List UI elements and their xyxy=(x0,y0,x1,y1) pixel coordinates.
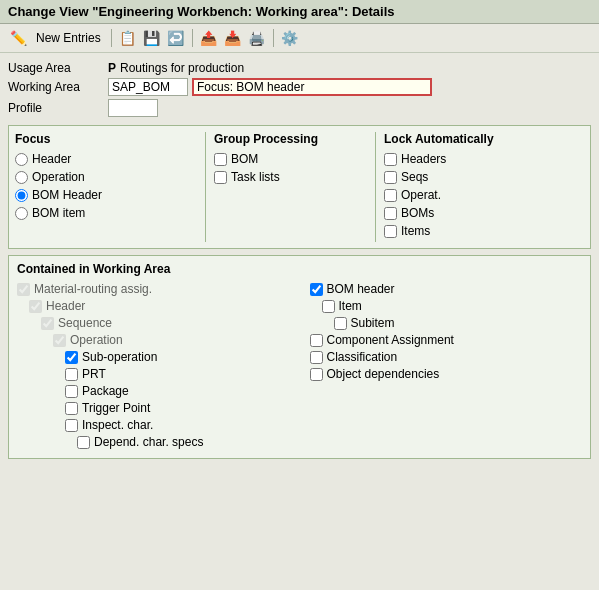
settings-icon[interactable]: ⚙️ xyxy=(280,28,300,48)
copy-icon[interactable]: 📋 xyxy=(118,28,138,48)
sub-operation-checkbox[interactable] xyxy=(65,351,78,364)
package-check[interactable]: Package xyxy=(65,384,290,398)
usage-area-code: P xyxy=(108,61,116,75)
profile-row: Profile xyxy=(8,99,591,117)
trigger-point-check[interactable]: Trigger Point xyxy=(65,401,290,415)
title-bar: Change View "Engineering Workbench: Work… xyxy=(0,0,599,24)
focus-bom-item-radio-input[interactable] xyxy=(15,207,28,220)
prt-check[interactable]: PRT xyxy=(65,367,290,381)
focus-field-input[interactable] xyxy=(192,78,432,96)
lock-seqs-label: Seqs xyxy=(401,170,428,184)
import-icon[interactable]: 📥 xyxy=(223,28,243,48)
lock-items-check[interactable]: Items xyxy=(384,224,584,238)
focus-operation-radio[interactable]: Operation xyxy=(15,170,197,184)
item-check[interactable]: Item xyxy=(322,299,583,313)
inspect-char-checkbox[interactable] xyxy=(65,419,78,432)
lock-boms-check[interactable]: BOMs xyxy=(384,206,584,220)
working-area-input[interactable] xyxy=(108,78,188,96)
depend-char-checkbox[interactable] xyxy=(77,436,90,449)
subitem-check[interactable]: Subitem xyxy=(334,316,583,330)
component-assignment-label: Component Assignment xyxy=(327,333,454,347)
lock-items-label: Items xyxy=(401,224,430,238)
focus-header-radio[interactable]: Header xyxy=(15,152,197,166)
classification-label: Classification xyxy=(327,350,398,364)
lock-seqs-checkbox[interactable] xyxy=(384,171,397,184)
lock-headers-checkbox[interactable] xyxy=(384,153,397,166)
sequence-checkbox xyxy=(41,317,54,330)
sub-operation-check[interactable]: Sub-operation xyxy=(65,350,290,364)
focus-header-label: Header xyxy=(32,152,71,166)
bom-header-check[interactable]: BOM header xyxy=(310,282,583,296)
contained-grid: Material-routing assig. Header Sequence … xyxy=(17,282,582,452)
sub-operation-label: Sub-operation xyxy=(82,350,157,364)
item-label: Item xyxy=(339,299,362,313)
classification-checkbox[interactable] xyxy=(310,351,323,364)
group-bom-check[interactable]: BOM xyxy=(214,152,367,166)
toolbar-separator-2 xyxy=(192,29,193,47)
lock-operat-check[interactable]: Operat. xyxy=(384,188,584,202)
header-check: Header xyxy=(29,299,290,313)
usage-area-row: Usage Area P Routings for production xyxy=(8,61,591,75)
contained-right: BOM header Item Subitem Component Assign… xyxy=(310,282,583,452)
package-checkbox[interactable] xyxy=(65,385,78,398)
focus-operation-radio-input[interactable] xyxy=(15,171,28,184)
lock-seqs-check[interactable]: Seqs xyxy=(384,170,584,184)
focus-bom-header-radio-input[interactable] xyxy=(15,189,28,202)
lock-headers-check[interactable]: Headers xyxy=(384,152,584,166)
item-checkbox[interactable] xyxy=(322,300,335,313)
material-routing-label: Material-routing assig. xyxy=(34,282,152,296)
usage-area-value: Routings for production xyxy=(120,61,244,75)
lock-boms-checkbox[interactable] xyxy=(384,207,397,220)
group-tasklists-check[interactable]: Task lists xyxy=(214,170,367,184)
toolbar: ✏️ New Entries 📋 💾 ↩️ 📤 📥 🖨️ ⚙️ xyxy=(0,24,599,53)
export-icon[interactable]: 📤 xyxy=(199,28,219,48)
focus-column: Focus Header Operation BOM Header BOM it… xyxy=(15,132,205,242)
focus-bom-header-radio[interactable]: BOM Header xyxy=(15,188,197,202)
usage-area-label: Usage Area xyxy=(8,61,108,75)
inspect-char-check[interactable]: Inspect. char. xyxy=(65,418,290,432)
component-assignment-checkbox[interactable] xyxy=(310,334,323,347)
bom-header-checkbox[interactable] xyxy=(310,283,323,296)
classification-check[interactable]: Classification xyxy=(310,350,583,364)
object-dependencies-label: Object dependencies xyxy=(327,367,440,381)
contained-left: Material-routing assig. Header Sequence … xyxy=(17,282,290,452)
working-area-label: Working Area xyxy=(8,80,108,94)
operation-checkbox xyxy=(53,334,66,347)
lock-items-checkbox[interactable] xyxy=(384,225,397,238)
material-routing-check: Material-routing assig. xyxy=(17,282,290,296)
subitem-checkbox[interactable] xyxy=(334,317,347,330)
profile-input[interactable] xyxy=(108,99,158,117)
prt-checkbox[interactable] xyxy=(65,368,78,381)
group-bom-checkbox[interactable] xyxy=(214,153,227,166)
focus-group-lock-section: Focus Header Operation BOM Header BOM it… xyxy=(8,125,591,249)
component-assignment-check[interactable]: Component Assignment xyxy=(310,333,583,347)
focus-bom-item-label: BOM item xyxy=(32,206,85,220)
lock-column: Lock Automatically Headers Seqs Operat. … xyxy=(375,132,584,242)
focus-header-radio-input[interactable] xyxy=(15,153,28,166)
operation-label: Operation xyxy=(70,333,123,347)
header-label: Header xyxy=(46,299,85,313)
depend-char-check[interactable]: Depend. char. specs xyxy=(77,435,290,449)
lock-title: Lock Automatically xyxy=(384,132,584,146)
section-columns: Focus Header Operation BOM Header BOM it… xyxy=(15,132,584,242)
lock-boms-label: BOMs xyxy=(401,206,434,220)
main-content: Usage Area P Routings for production Wor… xyxy=(0,53,599,467)
toolbar-separator-3 xyxy=(273,29,274,47)
toolbar-separator xyxy=(111,29,112,47)
object-dependencies-checkbox[interactable] xyxy=(310,368,323,381)
object-dependencies-check[interactable]: Object dependencies xyxy=(310,367,583,381)
group-title: Group Processing xyxy=(214,132,367,146)
focus-bom-item-radio[interactable]: BOM item xyxy=(15,206,197,220)
new-entries-button[interactable]: New Entries xyxy=(32,29,105,47)
focus-bom-header-label: BOM Header xyxy=(32,188,102,202)
operation-check: Operation xyxy=(53,333,290,347)
bom-header-label: BOM header xyxy=(327,282,395,296)
trigger-point-label: Trigger Point xyxy=(82,401,150,415)
print-icon[interactable]: 🖨️ xyxy=(247,28,267,48)
undo-icon[interactable]: ↩️ xyxy=(166,28,186,48)
edit-icon[interactable]: ✏️ xyxy=(8,28,28,48)
trigger-point-checkbox[interactable] xyxy=(65,402,78,415)
lock-operat-checkbox[interactable] xyxy=(384,189,397,202)
save-icon[interactable]: 💾 xyxy=(142,28,162,48)
group-tasklists-checkbox[interactable] xyxy=(214,171,227,184)
